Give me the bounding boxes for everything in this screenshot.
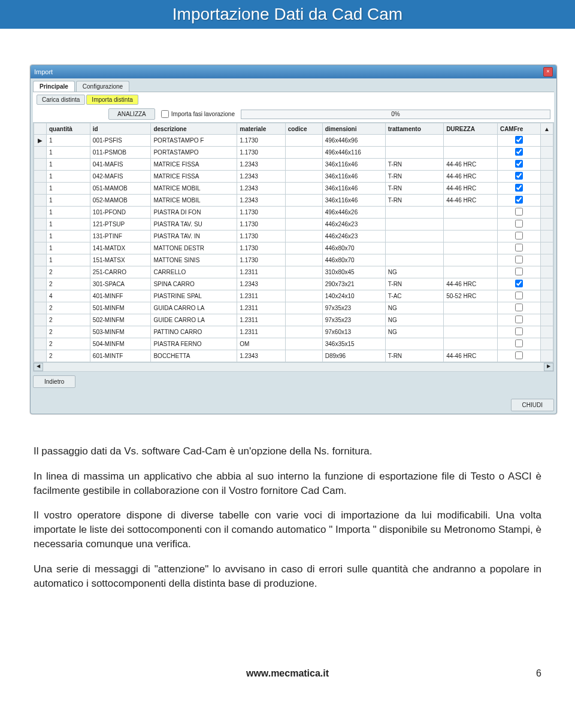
paragraph-2: In linea di massima un applicativo che a… (34, 469, 541, 498)
col-durezza[interactable]: DUREZZA (444, 123, 498, 135)
main-tabs: Principale Configurazione (31, 78, 556, 92)
scroll-up-icon[interactable]: ▲ (541, 123, 553, 135)
window-footer: Indietro (33, 375, 554, 388)
col-id[interactable]: id (90, 123, 151, 135)
import-window: Import × Principale Configurazione Caric… (30, 65, 557, 414)
table-row[interactable]: 1101-PFONDPIASTRA DI FON1.1730496x446x26 (34, 207, 553, 219)
table-row[interactable]: 1011-PSMOBPORTASTAMPO1.1730496x446x116 (34, 147, 553, 159)
camfre-checkbox[interactable] (515, 184, 523, 192)
importa-distinta-button[interactable]: Importa distinta (86, 95, 138, 105)
footer-url: www.mecmatica.it (246, 668, 329, 678)
camfre-checkbox[interactable] (515, 268, 523, 275)
camfre-checkbox[interactable] (515, 244, 523, 251)
camfre-checkbox[interactable] (515, 280, 523, 287)
close-icon[interactable]: × (543, 67, 553, 77)
horizontal-scrollbar[interactable]: ◀ ▶ (33, 363, 554, 372)
camfre-checkbox[interactable] (515, 172, 523, 180)
importa-fasi-label: Importa fasi lavorazione (171, 111, 235, 117)
progress-bar: 0% (241, 110, 550, 119)
table-row[interactable]: 1121-PTSUPPIASTRA TAV. SU1.1730446x246x2… (34, 219, 553, 230)
camfre-checkbox[interactable] (515, 339, 523, 347)
camfre-checkbox[interactable] (515, 351, 523, 359)
camfre-checkbox[interactable] (515, 136, 523, 144)
col-dimensioni[interactable]: dimensioni (322, 123, 385, 135)
chiudi-button[interactable]: CHIUDI (511, 399, 554, 411)
camfre-checkbox[interactable] (515, 208, 523, 216)
table-row[interactable]: 1052-MAMOBMATRICE MOBIL1.2343346x116x46T… (34, 195, 553, 207)
col-descrizione[interactable]: descrizione (151, 123, 237, 135)
analizza-button[interactable]: ANALIZZA (108, 108, 155, 120)
page-title: Importazione Dati da Cad Cam (0, 0, 575, 29)
carica-distinta-button[interactable]: Carica distinta (37, 95, 85, 105)
col-materiale[interactable]: materiale (237, 123, 286, 135)
camfre-checkbox[interactable] (515, 256, 523, 263)
camfre-checkbox[interactable] (515, 148, 523, 156)
col-quantita[interactable]: quantità (47, 123, 90, 135)
scroll-left-icon[interactable]: ◀ (34, 363, 43, 371)
window-titlebar: Import × (31, 65, 556, 78)
paragraph-4: Una serie di messaggi di "attenzione" lo… (34, 562, 541, 591)
table-row[interactable]: 2502-MINFMGUIDE CARRO LA1.231197x35x23NG (34, 314, 553, 326)
progress-value: 0% (241, 110, 550, 119)
scroll-right-icon[interactable]: ▶ (544, 363, 553, 371)
camfre-checkbox[interactable] (515, 160, 523, 168)
window-footer-2: CHIUDI (33, 399, 554, 411)
importa-fasi-checkbox[interactable]: Importa fasi lavorazione (161, 110, 235, 118)
table-row[interactable]: ▶1001-PSFISPORTASTAMPO F1.1730496x446x96 (34, 135, 553, 147)
window-title: Import (34, 68, 53, 75)
camfre-checkbox[interactable] (515, 232, 523, 239)
tab-configurazione[interactable]: Configurazione (76, 81, 129, 92)
data-grid[interactable]: quantità id descrizione materiale codice… (33, 122, 554, 363)
tab-principale[interactable]: Principale (33, 81, 75, 92)
camfre-checkbox[interactable] (515, 292, 523, 299)
camfre-checkbox[interactable] (515, 327, 523, 335)
document-body: Il passaggio dati da Vs. software Cad-Ca… (0, 438, 575, 590)
table-row[interactable]: 1131-PTINFPIASTRA TAV. IN1.1730446x246x2… (34, 230, 553, 242)
paragraph-1: Il passaggio dati da Vs. software Cad-Ca… (34, 444, 541, 459)
page-number: 6 (536, 668, 541, 679)
screenshot-container: Import × Principale Configurazione Caric… (0, 29, 575, 438)
sub-tabs: Carica distinta Importa distinta (33, 92, 554, 106)
table-row[interactable]: 1041-MAFISMATRICE FISSA1.2343346x116x46T… (34, 159, 553, 171)
table-row[interactable]: 4401-MINFFPIASTRINE SPAL1.2311140x24x10T… (34, 290, 553, 302)
camfre-checkbox[interactable] (515, 196, 523, 204)
camfre-checkbox[interactable] (515, 316, 523, 323)
col-camfre[interactable]: CAMFre (497, 123, 540, 135)
camfre-checkbox[interactable] (515, 304, 523, 311)
table-row[interactable]: 2601-MINTFBOCCHETTA1.2343D89x96T-RN44-46… (34, 350, 553, 362)
indietro-button[interactable]: Indietro (33, 375, 75, 388)
col-trattamento[interactable]: trattamento (385, 123, 443, 135)
table-row[interactable]: 2251-CARROCARRELLO1.2311310x80x45NG (34, 266, 553, 278)
table-row[interactable]: 2503-MINFMPATTINO CARRO1.231197x60x13NG (34, 326, 553, 338)
table-row[interactable]: 2504-MINFMPIASTRA FERNOOM346x35x15 (34, 338, 553, 350)
table-row[interactable]: 2301-SPACASPINA CARRO1.2343290x73x21T-RN… (34, 278, 553, 290)
toolbar: ANALIZZA Importa fasi lavorazione 0% (33, 106, 554, 122)
table-row[interactable]: 1151-MATSXMATTONE SINIS1.1730446x80x70 (34, 254, 553, 266)
table-row[interactable]: 2501-MINFMGUIDA CARRO LA1.231197x35x23NG (34, 302, 553, 314)
camfre-checkbox[interactable] (515, 220, 523, 228)
table-row[interactable]: 1051-MAMOBMATRICE MOBIL1.2343346x116x46T… (34, 183, 553, 195)
page-footer: www.mecmatica.it 6 (0, 662, 575, 685)
table-row[interactable]: 1042-MAFISMATRICE FISSA1.2343346x116x46T… (34, 171, 553, 183)
paragraph-3: Il vostro operatore dispone di diverse t… (34, 508, 541, 551)
col-codice[interactable]: codice (285, 123, 322, 135)
table-row[interactable]: 1141-MATDXMATTONE DESTR1.1730446x80x70 (34, 242, 553, 254)
